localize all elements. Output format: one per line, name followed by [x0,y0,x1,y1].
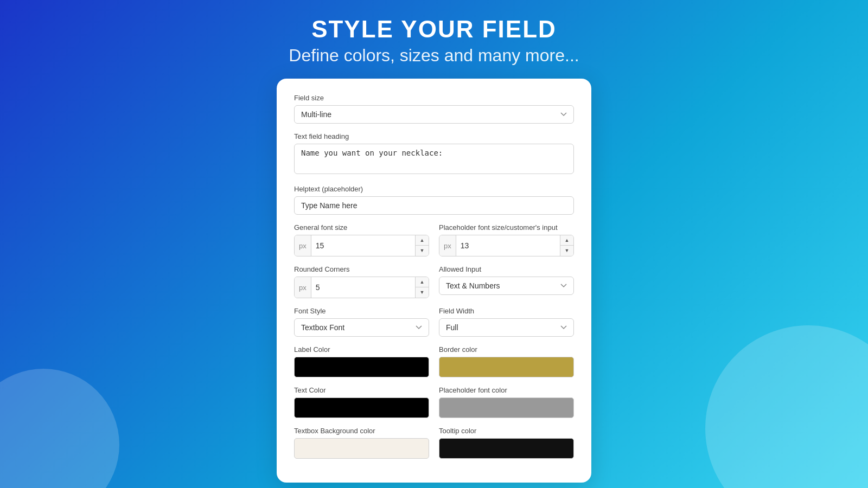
helptext-label: Helptext (placeholder) [294,185,574,193]
border-color-col: Border color [439,345,574,386]
tooltip-color-label: Tooltip color [439,427,574,435]
field-size-group: Field size Single-line Multi-line Large [294,94,574,124]
helptext-group: Helptext (placeholder) [294,185,574,215]
general-font-size-spinners: ▲ ▼ [415,235,429,256]
border-color-swatch[interactable] [439,357,574,377]
font-style-col: Font Style Textbox Font System Font Seri… [294,307,429,345]
textbox-bg-label: Textbox Background color [294,427,429,435]
settings-card: Field size Single-line Multi-line Large … [277,79,591,483]
general-font-size-wrap: px ▲ ▼ [294,235,429,256]
border-color-label: Border color [439,345,574,354]
placeholder-font-size-group: Placeholder font size/customer's input p… [439,223,574,256]
general-font-size-group: General font size px ▲ ▼ [294,223,429,256]
decorative-circle-left [0,369,119,488]
text-placeholder-color-row: Text Color Placeholder font color [294,386,574,427]
border-color-group: Border color [439,345,574,377]
text-color-label: Text Color [294,386,429,394]
placeholder-font-size-col: Placeholder font size/customer's input p… [439,223,574,265]
decorative-circle-right [705,325,868,488]
rounded-corners-spinners: ▲ ▼ [415,277,429,298]
general-font-size-up[interactable]: ▲ [416,235,429,246]
field-width-select[interactable]: Full Half Quarter [439,318,574,337]
field-width-group: Field Width Full Half Quarter [439,307,574,337]
tooltip-color-col: Tooltip color [439,427,574,467]
text-color-group: Text Color [294,386,429,418]
rounded-corners-wrap: px ▲ ▼ [294,277,429,298]
placeholder-font-size-spinners: ▲ ▼ [560,235,573,256]
placeholder-font-size-up[interactable]: ▲ [560,235,573,246]
rounded-corners-down[interactable]: ▼ [416,287,429,298]
label-color-group: Label Color [294,345,429,377]
placeholder-font-size-label: Placeholder font size/customer's input [439,223,574,232]
field-size-select[interactable]: Single-line Multi-line Large [294,105,574,124]
general-font-size-prefix: px [295,235,311,256]
textbox-bg-swatch[interactable] [294,438,429,459]
rounded-corners-col: Rounded Corners px ▲ ▼ [294,265,429,307]
page-header: STYLE YOUR FIELD Define colors, sizes an… [289,16,579,66]
page-title: STYLE YOUR FIELD [289,16,579,42]
bg-tooltip-color-row: Textbox Background color Tooltip color [294,427,574,467]
label-color-label: Label Color [294,345,429,354]
placeholder-font-color-label: Placeholder font color [439,386,574,394]
allowed-input-group: Allowed Input Text only Numbers only Tex… [439,265,574,295]
placeholder-font-size-prefix: px [439,235,456,256]
allowed-input-col: Allowed Input Text only Numbers only Tex… [439,265,574,307]
field-width-label: Field Width [439,307,574,315]
textbox-bg-group: Textbox Background color [294,427,429,459]
font-style-label: Font Style [294,307,429,315]
font-size-row: General font size px ▲ ▼ Placeholder fon… [294,223,574,265]
corners-allowed-row: Rounded Corners px ▲ ▼ Allowed Input Tex… [294,265,574,307]
text-color-swatch[interactable] [294,397,429,418]
label-border-color-row: Label Color Border color [294,345,574,386]
placeholder-font-color-swatch[interactable] [439,397,574,418]
font-style-select[interactable]: Textbox Font System Font Serif [294,318,429,337]
page-subtitle: Define colors, sizes and many more... [289,46,579,66]
placeholder-font-size-down[interactable]: ▼ [560,246,573,256]
placeholder-font-color-col: Placeholder font color [439,386,574,427]
tooltip-color-swatch[interactable] [439,438,574,459]
field-size-label: Field size [294,94,574,102]
helptext-input[interactable] [294,196,574,215]
rounded-corners-prefix: px [295,277,311,298]
label-color-swatch[interactable] [294,357,429,377]
rounded-corners-up[interactable]: ▲ [416,277,429,287]
placeholder-font-size-input[interactable] [456,235,560,256]
allowed-input-label: Allowed Input [439,265,574,273]
tooltip-color-group: Tooltip color [439,427,574,459]
general-font-size-col: General font size px ▲ ▼ [294,223,429,265]
field-width-col: Field Width Full Half Quarter [439,307,574,345]
placeholder-font-size-wrap: px ▲ ▼ [439,235,574,256]
textbox-bg-col: Textbox Background color [294,427,429,467]
label-color-col: Label Color [294,345,429,386]
font-style-group: Font Style Textbox Font System Font Seri… [294,307,429,337]
text-field-heading-input[interactable]: Name you want on your necklace: [294,144,574,174]
text-color-col: Text Color [294,386,429,427]
rounded-corners-input[interactable] [311,277,415,298]
text-field-heading-group: Text field heading Name you want on your… [294,132,574,176]
general-font-size-label: General font size [294,223,429,232]
general-font-size-input[interactable] [311,235,415,256]
text-field-heading-label: Text field heading [294,132,574,140]
general-font-size-down[interactable]: ▼ [416,246,429,256]
placeholder-font-color-group: Placeholder font color [439,386,574,418]
font-style-width-row: Font Style Textbox Font System Font Seri… [294,307,574,345]
rounded-corners-label: Rounded Corners [294,265,429,273]
rounded-corners-group: Rounded Corners px ▲ ▼ [294,265,429,298]
allowed-input-select[interactable]: Text only Numbers only Text & Numbers [439,277,574,295]
